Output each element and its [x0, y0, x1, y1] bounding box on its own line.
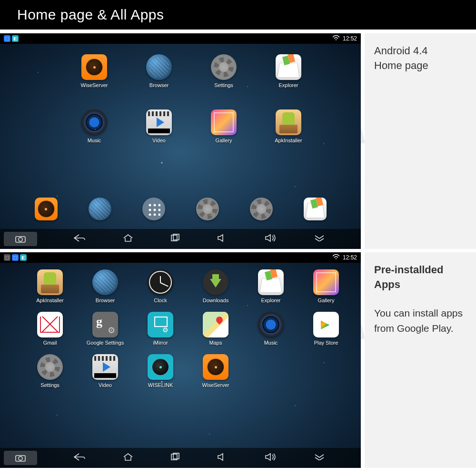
volume-down-button[interactable]: [217, 234, 228, 244]
svg-point-5: [19, 456, 22, 460]
app-downloads[interactable]: Downloads: [189, 269, 242, 303]
volume-down-button[interactable]: [217, 453, 228, 463]
app-label: WiseServer: [81, 82, 108, 88]
browser-icon: [146, 54, 172, 80]
music-icon: [258, 312, 284, 337]
home-panel: ⬚ ◧ 12:52 WiseServerBrowserSettingsExplo…: [0, 33, 476, 249]
app-settings[interactable]: [180, 198, 234, 220]
app-video[interactable]: Video: [131, 109, 187, 143]
app-gmail[interactable]: Gmail: [24, 312, 76, 346]
status-icon: ⬚: [4, 254, 10, 261]
wiseserver-icon: [81, 54, 107, 80]
app-browser[interactable]: [73, 198, 127, 220]
app-settings[interactable]: Settings: [24, 354, 76, 388]
app-wiseserver[interactable]: WiseServer: [67, 54, 122, 88]
wiseserver-icon: [203, 354, 228, 380]
back-button[interactable]: [73, 453, 86, 463]
app-explorer[interactable]: Explorer: [261, 54, 316, 88]
app-apkinstaller[interactable]: ApkInstaller: [24, 269, 76, 303]
recent-button[interactable]: [170, 234, 180, 244]
wiseserver-icon: [35, 198, 58, 220]
video-icon: [146, 109, 172, 135]
status-bar: ⬚ ◧ 12:52: [0, 33, 361, 44]
home-button[interactable]: [122, 453, 134, 463]
back-button[interactable]: [73, 234, 86, 244]
app-settings[interactable]: [234, 198, 288, 220]
app-label: Music: [264, 340, 278, 346]
settings-icon: [196, 198, 219, 220]
explorer-icon: [258, 269, 284, 295]
app-imirror[interactable]: iMirror: [134, 312, 187, 346]
playstore-icon: [313, 312, 339, 337]
app-label: Settings: [40, 382, 60, 388]
camera-button[interactable]: [4, 451, 37, 465]
nav-bar: [0, 448, 361, 468]
app-wiseserver[interactable]: [19, 198, 73, 220]
gsettings-icon: [92, 312, 118, 337]
music-icon: [81, 109, 107, 135]
app-settings[interactable]: Settings: [196, 54, 251, 88]
app-clock[interactable]: Clock: [134, 269, 187, 303]
app-label: Maps: [209, 340, 222, 346]
app-label: Browser: [149, 82, 169, 88]
downloads-icon: [203, 269, 228, 295]
app-browser[interactable]: Browser: [79, 269, 131, 303]
status-time: 12:52: [343, 35, 357, 42]
camera-button[interactable]: [4, 232, 37, 246]
app-label: Browser: [96, 298, 115, 303]
explorer-icon: [304, 198, 327, 220]
wiselink-icon: [148, 354, 173, 380]
maps-icon: [203, 312, 228, 337]
app-label: Google Settings: [87, 340, 124, 346]
gallery-icon: [313, 269, 339, 295]
page-title-text: Home page & All Apps: [17, 7, 164, 23]
app-label: Downloads: [203, 298, 228, 303]
hide-nav-button[interactable]: [314, 235, 325, 243]
app-label: Gmail: [43, 340, 57, 346]
app-label: WISELINK: [148, 382, 173, 388]
app-wiseserver[interactable]: WiseServer: [189, 354, 242, 388]
app-label: Play Store: [314, 340, 338, 346]
app-gallery[interactable]: Gallery: [196, 109, 251, 143]
app-label: Gallery: [318, 298, 335, 303]
volume-up-button[interactable]: [264, 453, 278, 463]
wifi-icon: [332, 254, 340, 261]
app-google-settings[interactable]: Google Settings: [79, 312, 131, 346]
app-gallery[interactable]: Gallery: [300, 269, 352, 303]
app-label: Settings: [214, 82, 233, 88]
status-time: 12:52: [343, 254, 357, 261]
app-explorer[interactable]: [288, 198, 342, 220]
status-icon: ⬚: [12, 254, 19, 261]
app-apkinstaller[interactable]: ApkInstaller: [261, 109, 316, 143]
recent-button[interactable]: [170, 453, 180, 463]
hide-nav-button[interactable]: [314, 454, 325, 462]
home-button[interactable]: [122, 234, 134, 244]
wifi-icon: [332, 35, 340, 42]
app-label: iMirror: [153, 340, 168, 346]
app-explorer[interactable]: Explorer: [245, 269, 297, 303]
settings-icon: [211, 54, 237, 80]
app-play-store[interactable]: Play Store: [300, 312, 352, 346]
apps-screen: ⬚ ⬚ ◧ 12:52 ApkInstallerBrowserClockDown…: [0, 252, 361, 468]
apkinstaller-icon: [276, 109, 301, 135]
nav-bar: [0, 229, 361, 249]
status-icon: ◧: [20, 254, 27, 261]
app-label: Video: [99, 382, 112, 388]
browser-icon: [89, 198, 111, 220]
app-maps[interactable]: Maps: [189, 312, 242, 346]
status-bar: ⬚ ⬚ ◧ 12:52: [0, 252, 361, 263]
page-title: Home page & All Apps: [0, 0, 476, 30]
app-browser[interactable]: Browser: [131, 54, 187, 88]
apps-caption: Pre-installded Apps You can install apps…: [365, 252, 476, 468]
app-music[interactable]: Music: [245, 312, 297, 346]
app-music[interactable]: Music: [67, 109, 122, 143]
app-wiselink[interactable]: WISELINK: [134, 354, 187, 388]
app-video[interactable]: Video: [79, 354, 131, 388]
browser-icon: [92, 269, 118, 295]
caption-line: Home page: [374, 59, 466, 73]
home-caption: Android 4.4 Home page: [365, 33, 476, 249]
caption-line: Android 4.4: [374, 44, 466, 59]
app-appdrawer[interactable]: [127, 198, 180, 220]
volume-up-button[interactable]: [264, 234, 278, 244]
gallery-icon: [211, 109, 237, 135]
